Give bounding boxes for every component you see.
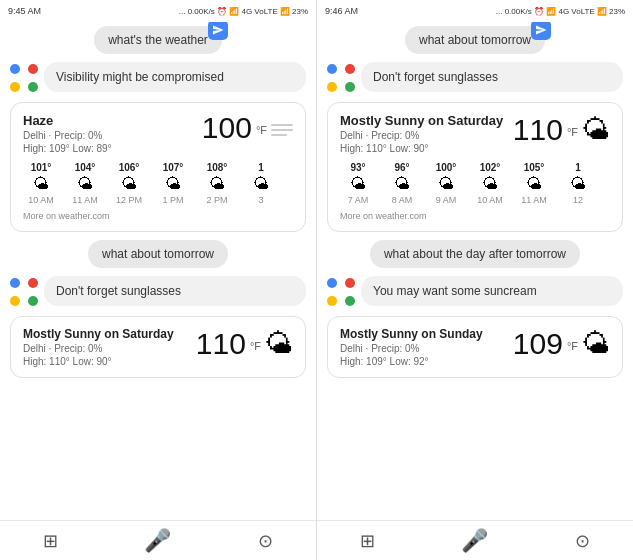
query-bubble-1: what's the weather <box>94 26 222 54</box>
weather-header-1: Haze Delhi · Precip: 0% High: 109° Low: … <box>23 113 293 154</box>
hour-item: 1 🌤 12 <box>560 162 596 205</box>
response-bubble-2: Don't forget sunglasses <box>44 276 306 306</box>
right-response-row-2: You may want some suncream <box>327 276 623 306</box>
weather-info-1: Haze Delhi · Precip: 0% High: 109° Low: … <box>23 113 112 154</box>
response-row-2: Don't forget sunglasses <box>10 276 306 306</box>
bottom-nav-right: ⊞ 🎤 ⊙ <box>317 520 633 560</box>
right-response-bubble-1: Don't forget sunglasses <box>361 62 623 92</box>
query-bubble-2: what about tomorrow <box>88 240 228 268</box>
grid-icon[interactable]: ⊞ <box>43 530 58 552</box>
right-query-2: what about the day after tomorrow <box>370 240 580 268</box>
right-weather-temp-1: 110 °F 🌤 <box>513 113 610 146</box>
status-time-right: 9:46 AM <box>325 6 358 16</box>
weather-card-1: Haze Delhi · Precip: 0% High: 109° Low: … <box>10 102 306 232</box>
right-screen: 9:46 AM ... 0.00K/s ⏰ 📶 4G VoLTE 📶 23% w… <box>317 0 633 560</box>
right-weather-card-2: Mostly Sunny on Sunday Delhi · Precip: 0… <box>327 316 623 378</box>
status-bar-left: 9:45 AM ... 0.00K/s ⏰ 📶 4G VoLTE 📶 23% <box>0 0 316 22</box>
left-screen: 9:45 AM ... 0.00K/s ⏰ 📶 4G VoLTE 📶 23% w… <box>0 0 316 560</box>
hour-item: 106° 🌤 12 PM <box>111 162 147 205</box>
google-assistant-icon <box>10 64 38 92</box>
hour-item: 100° 🌤 9 AM <box>428 162 464 205</box>
right-response-bubble-2: You may want some suncream <box>361 276 623 306</box>
status-bar-right: 9:46 AM ... 0.00K/s ⏰ 📶 4G VoLTE 📶 23% <box>317 0 633 22</box>
right-assistant-icon-1 <box>327 64 355 92</box>
right-weather-header-1: Mostly Sunny on Saturday Delhi · Precip:… <box>340 113 610 154</box>
mic-icon[interactable]: 🎤 <box>144 528 171 554</box>
response-bubble-1: Visibility might be compromised <box>44 62 306 92</box>
weather-header-2: Mostly Sunny on Saturday Delhi · Precip:… <box>23 327 293 367</box>
right-scroll: what about tomorrow Don't forget sunglas… <box>317 22 633 520</box>
status-time-left: 9:45 AM <box>8 6 41 16</box>
camera-icon[interactable]: ⊙ <box>258 530 273 552</box>
right-hourly-row: 93° 🌤 7 AM 96° 🌤 8 AM 100° 🌤 9 AM 102° 🌤 <box>340 162 610 205</box>
hour-item: 108° 🌤 2 PM <box>199 162 235 205</box>
weather-info-2: Mostly Sunny on Saturday Delhi · Precip:… <box>23 327 174 367</box>
right-grid-icon[interactable]: ⊞ <box>360 530 375 552</box>
right-weather-info-1: Mostly Sunny on Saturday Delhi · Precip:… <box>340 113 503 154</box>
sun-icon: 🌤 <box>265 327 293 360</box>
weather-card-2: Mostly Sunny on Saturday Delhi · Precip:… <box>10 316 306 378</box>
right-assistant-icon-2 <box>327 278 355 306</box>
right-weather-card-1: Mostly Sunny on Saturday Delhi · Precip:… <box>327 102 623 232</box>
sun-icon-right: 🌤 <box>582 113 610 146</box>
response-row-1: Visibility might be compromised <box>10 62 306 92</box>
hour-item: 104° 🌤 11 AM <box>67 162 103 205</box>
right-query-1: what about tomorrow <box>405 26 545 54</box>
right-weather-info-2: Mostly Sunny on Sunday Delhi · Precip: 0… <box>340 327 483 367</box>
right-camera-icon[interactable]: ⊙ <box>575 530 590 552</box>
sun-icon-right-2: 🌤 <box>582 327 610 360</box>
bottom-nav-left: ⊞ 🎤 ⊙ <box>0 520 316 560</box>
hourly-row-1: 101° 🌤 10 AM 104° 🌤 11 AM 106° 🌤 12 PM 1… <box>23 162 293 205</box>
weather-temp-1: 100 °F <box>202 113 293 143</box>
right-mic-icon[interactable]: 🎤 <box>461 528 488 554</box>
hour-item: 102° 🌤 10 AM <box>472 162 508 205</box>
send-icon-right <box>531 22 551 40</box>
hour-item: 93° 🌤 7 AM <box>340 162 376 205</box>
haze-icon <box>271 124 293 136</box>
left-scroll: what's the weather Visibility might be c… <box>0 22 316 520</box>
status-icons-left: ... 0.00K/s ⏰ 📶 4G VoLTE 📶 23% <box>179 7 308 16</box>
weather-temp-2: 110 °F 🌤 <box>196 327 293 360</box>
hour-item: 105° 🌤 11 AM <box>516 162 552 205</box>
hour-item: 101° 🌤 10 AM <box>23 162 59 205</box>
send-icon <box>208 22 228 40</box>
status-icons-right: ... 0.00K/s ⏰ 📶 4G VoLTE 📶 23% <box>496 7 625 16</box>
google-assistant-icon-2 <box>10 278 38 306</box>
hour-item: 96° 🌤 8 AM <box>384 162 420 205</box>
hour-item: 107° 🌤 1 PM <box>155 162 191 205</box>
right-weather-header-2: Mostly Sunny on Sunday Delhi · Precip: 0… <box>340 327 610 367</box>
hour-item: 1 🌤 3 <box>243 162 279 205</box>
right-response-row-1: Don't forget sunglasses <box>327 62 623 92</box>
right-weather-temp-2: 109 °F 🌤 <box>513 327 610 360</box>
